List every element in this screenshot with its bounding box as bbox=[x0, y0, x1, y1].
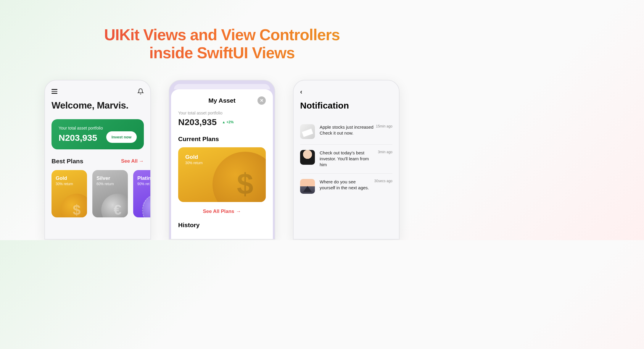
phone-asset: My Asset ✕ Your total asset portfolio N2… bbox=[169, 80, 275, 240]
plan-name: Silver bbox=[96, 175, 124, 181]
notification-item[interactable]: Apple stocks just increased Check it out… bbox=[300, 119, 392, 145]
best-plans-title: Best Plans bbox=[51, 158, 83, 165]
notification-time: 3min ago bbox=[378, 150, 392, 154]
sheet-title: My Asset bbox=[208, 97, 235, 104]
avatar-person bbox=[300, 150, 315, 165]
asset-label: Your total asset portfolio bbox=[178, 111, 266, 115]
portfolio-amount: N203,935 bbox=[59, 133, 103, 143]
portfolio-card: Your total asset portfolio N203,935 Inve… bbox=[51, 119, 144, 149]
see-all-label: See All bbox=[121, 158, 138, 164]
close-icon[interactable]: ✕ bbox=[257, 96, 266, 105]
plans-row: Gold 30% return $ Silver 60% return € Pl… bbox=[51, 170, 144, 217]
see-all-plans-label: See All Plans bbox=[203, 209, 234, 214]
coin-icon: $ bbox=[60, 194, 87, 217]
hero-line1: UIKit Views and View Controllers bbox=[0, 26, 444, 44]
notification-text: Check out today's best investor. You'll … bbox=[320, 150, 376, 168]
menu-icon[interactable] bbox=[51, 89, 57, 94]
plan-card-platinum[interactable]: Platin 90% ret bbox=[133, 170, 151, 217]
current-plans-title: Current Plans bbox=[178, 135, 266, 143]
plan-return: 60% return bbox=[96, 182, 124, 186]
coin-icon: € bbox=[101, 194, 128, 217]
plan-return: 90% ret bbox=[137, 182, 151, 186]
notification-text: Apple stocks just increased Check it out… bbox=[320, 124, 373, 136]
avatar-mountain bbox=[300, 179, 315, 194]
sheet-backdrop bbox=[174, 84, 270, 89]
plan-name: Platin bbox=[137, 175, 151, 181]
asset-change: ▲ +2% bbox=[222, 120, 234, 124]
arrow-up-icon: ▲ bbox=[222, 120, 226, 124]
plan-card-gold[interactable]: Gold 30% return $ bbox=[51, 170, 87, 217]
arrow-right-icon: → bbox=[139, 158, 144, 164]
asset-amount: N203,935 bbox=[178, 117, 217, 127]
hero-title: UIKit Views and View Controllers inside … bbox=[0, 26, 444, 62]
plan-return: 30% return bbox=[56, 182, 83, 186]
arrow-right-icon: → bbox=[236, 209, 241, 214]
phone-notifications: ‹ Notification Apple stocks just increas… bbox=[293, 80, 400, 240]
plan-name: Gold bbox=[56, 175, 83, 181]
plan-card-silver[interactable]: Silver 60% return € bbox=[92, 170, 128, 217]
plan-card-gold-large[interactable]: Gold 30% return $ bbox=[178, 147, 266, 202]
hero-line2: inside SwiftUI Views bbox=[0, 44, 444, 62]
asset-sheet: My Asset ✕ Your total asset portfolio N2… bbox=[171, 89, 273, 240]
notification-item[interactable]: Check out today's best investor. You'll … bbox=[300, 145, 392, 174]
asset-change-value: +2% bbox=[226, 120, 234, 124]
coin-icon bbox=[142, 194, 151, 217]
notification-bell-icon[interactable] bbox=[137, 88, 144, 95]
welcome-heading: Welcome, Marvis. bbox=[51, 100, 144, 111]
avatar-stocks bbox=[300, 124, 315, 139]
phone-home: Welcome, Marvis. Your total asset portfo… bbox=[44, 80, 151, 240]
invest-button[interactable]: Invest now bbox=[106, 131, 137, 143]
notification-time: 15min ago bbox=[376, 124, 392, 128]
see-all-plans-link[interactable]: See All Plans → bbox=[178, 209, 266, 214]
history-title: History bbox=[178, 222, 266, 229]
notification-time: 30secs ago bbox=[374, 179, 392, 183]
notification-item[interactable]: Where do you see yourself in the next ag… bbox=[300, 174, 392, 199]
portfolio-label: Your total asset portfolio bbox=[59, 126, 103, 130]
see-all-link[interactable]: See All → bbox=[121, 158, 144, 164]
notification-text: Where do you see yourself in the next ag… bbox=[320, 179, 372, 191]
notification-title: Notification bbox=[300, 101, 392, 111]
back-icon[interactable]: ‹ bbox=[300, 88, 307, 96]
